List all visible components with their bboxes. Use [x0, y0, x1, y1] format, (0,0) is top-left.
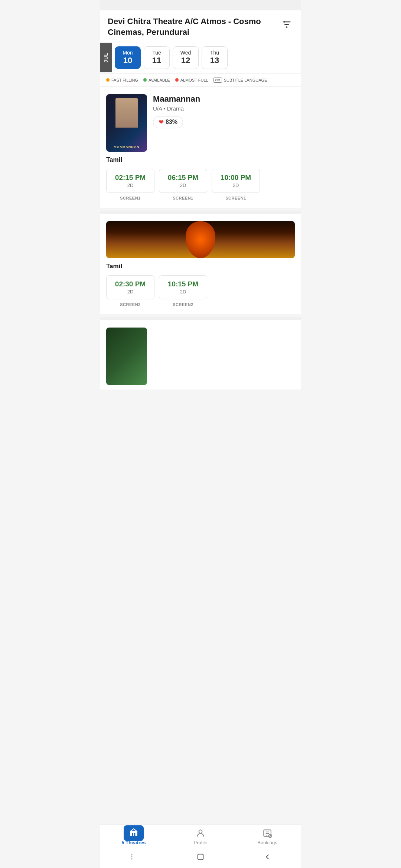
poster-maamannan-text: MAAMANNAN	[106, 145, 147, 149]
theatres-icon	[128, 828, 139, 838]
date-selector: JUL Mon 10 Tue 11 Wed 12 Thu 13	[100, 42, 301, 73]
date-tab-thu13[interactable]: Thu 13	[202, 46, 228, 69]
profile-icon	[195, 828, 206, 838]
movie-bumper-poster	[106, 221, 295, 258]
day-wed-num: 12	[181, 56, 190, 65]
month-label: JUL	[100, 43, 112, 72]
bottom-nav: 5 Theatres Profile	[100, 825, 301, 847]
bookings-label: Bookings	[257, 840, 277, 845]
showtime-btn-1015[interactable]: 10:15 PM 2D	[159, 275, 207, 299]
nav-profile[interactable]: Profile	[167, 828, 234, 845]
svg-rect-7	[132, 833, 133, 836]
heart-icon: ❤	[159, 119, 163, 126]
type-0615: 2D	[167, 183, 199, 188]
movie-maamannan-title: Maamannan	[153, 94, 295, 104]
movie-maamannan: MAAMANNAN Maamannan U/A • Drama ❤ 83% Ta…	[100, 87, 301, 208]
legend-fast-filling: FAST FILLING	[106, 78, 138, 82]
bumper-language-section: Tamil 02:30 PM 2D SCREEN2 10:15 PM 2D SC…	[100, 263, 301, 314]
movie-maamannan-info: MAAMANNAN Maamannan U/A • Drama ❤ 83%	[100, 87, 301, 156]
maamannan-cert: U/A	[153, 105, 162, 112]
screen-0230: SCREEN2	[120, 302, 140, 307]
maamannan-rating: 83%	[166, 119, 177, 125]
date-tabs: Mon 10 Tue 11 Wed 12 Thu 13	[115, 42, 296, 73]
divider-2	[100, 317, 301, 320]
day-tue-num: 11	[152, 56, 161, 65]
time-0215: 02:15 PM	[114, 174, 147, 182]
movie-third-partial	[100, 320, 301, 389]
screen-1015: SCREEN2	[173, 302, 193, 307]
theatre-title: Devi Chitra Theatre A/C Atmos - Cosmo Ci…	[108, 16, 280, 37]
showtime-btn-0230[interactable]: 02:30 PM 2D	[106, 275, 154, 299]
legend-subtitle: CC SUBTITLE LANGUAGE	[213, 78, 267, 83]
sys-back-btn[interactable]	[261, 850, 274, 864]
showtime-btn-0615[interactable]: 06:15 PM 2D	[159, 169, 207, 193]
sys-home-btn[interactable]	[194, 850, 207, 864]
time-1000: 10:00 PM	[219, 174, 252, 182]
svg-rect-6	[130, 831, 137, 836]
bottom-nav-wrapper: 5 Theatres Profile	[100, 825, 301, 868]
maamannan-separator: •	[163, 105, 167, 112]
sys-menu-btn[interactable]	[127, 850, 140, 864]
svg-rect-18	[198, 854, 203, 860]
movie-bumper: Bumper U/A • Action, Drama, Comedy Tamil…	[100, 214, 301, 314]
almost-full-label: ALMOST FULL	[180, 78, 208, 82]
maamannan-language-section: Tamil 02:15 PM 2D SCREEN1 06:15 PM 2D SC…	[100, 156, 301, 208]
movie-maamannan-details: Maamannan U/A • Drama ❤ 83%	[153, 94, 295, 128]
nav-theatres[interactable]: 5 Theatres	[100, 828, 167, 845]
maamannan-language-label: Tamil	[106, 156, 295, 164]
movie-third-info	[100, 320, 301, 389]
showtime-item-1000: 10:00 PM 2D SCREEN1	[212, 169, 260, 200]
day-thu-label: Thu	[210, 50, 219, 56]
showtime-item-0230: 02:30 PM 2D SCREEN2	[106, 275, 154, 307]
subtitle-label: SUBTITLE LANGUAGE	[224, 78, 267, 82]
type-0230: 2D	[114, 289, 147, 295]
day-thu-num: 13	[210, 56, 219, 65]
date-tab-wed12[interactable]: Wed 12	[173, 46, 199, 69]
time-0230: 02:30 PM	[114, 280, 147, 288]
maamannan-showtimes: 02:15 PM 2D SCREEN1 06:15 PM 2D SCREEN1 …	[106, 169, 295, 200]
showtime-item-0615: 06:15 PM 2D SCREEN1	[159, 169, 207, 200]
bumper-poster-art	[186, 221, 215, 258]
day-wed-label: Wed	[180, 50, 191, 56]
day-mon-label: Mon	[123, 50, 133, 56]
legend-almost-full: ALMOST FULL	[175, 78, 208, 82]
screen-0215: SCREEN1	[120, 196, 140, 200]
date-tab-tue11[interactable]: Tue 11	[144, 46, 170, 69]
movie-maamannan-poster: MAAMANNAN	[106, 94, 147, 152]
svg-rect-8	[134, 833, 135, 836]
time-1015: 10:15 PM	[167, 280, 199, 288]
showtime-item-0215: 02:15 PM 2D SCREEN1	[106, 169, 154, 200]
type-1000: 2D	[219, 183, 252, 188]
showtime-item-1015: 10:15 PM 2D SCREEN2	[159, 275, 207, 307]
movie-third-poster	[106, 328, 147, 385]
showtime-btn-1000[interactable]: 10:00 PM 2D	[212, 169, 260, 193]
date-tab-mon10[interactable]: Mon 10	[115, 46, 141, 69]
maamannan-rating-badge: ❤ 83%	[153, 116, 183, 128]
showtime-btn-0215[interactable]: 02:15 PM 2D	[106, 169, 154, 193]
movie-maamannan-meta: U/A • Drama	[153, 105, 295, 112]
day-mon-num: 10	[123, 56, 132, 65]
cc-icon: CC	[213, 78, 222, 83]
legend-available: AVAILABLE	[143, 78, 170, 82]
filter-button[interactable]	[280, 18, 293, 31]
maamannan-genre: Drama	[167, 105, 184, 112]
bumper-language-label: Tamil	[106, 263, 295, 270]
type-1015: 2D	[167, 289, 199, 295]
nav-bookings[interactable]: Bookings	[234, 828, 301, 845]
available-dot	[143, 78, 147, 82]
screen-1000: SCREEN1	[225, 196, 246, 200]
available-label: AVAILABLE	[149, 78, 170, 82]
divider-1	[100, 211, 301, 214]
day-tue-label: Tue	[152, 50, 161, 56]
system-nav-bar	[100, 847, 301, 868]
bumper-showtimes: 02:30 PM 2D SCREEN2 10:15 PM 2D SCREEN2	[106, 275, 295, 307]
fast-filling-dot	[106, 78, 110, 82]
bookings-icon	[262, 828, 273, 838]
header: Devi Chitra Theatre A/C Atmos - Cosmo Ci…	[100, 10, 301, 42]
svg-point-3	[284, 21, 285, 23]
legend-bar: FAST FILLING AVAILABLE ALMOST FULL CC SU…	[100, 74, 301, 87]
theatres-label: 5 Theatres	[121, 840, 146, 845]
time-0615: 06:15 PM	[167, 174, 199, 182]
fast-filling-label: FAST FILLING	[111, 78, 138, 82]
svg-point-9	[199, 830, 202, 833]
